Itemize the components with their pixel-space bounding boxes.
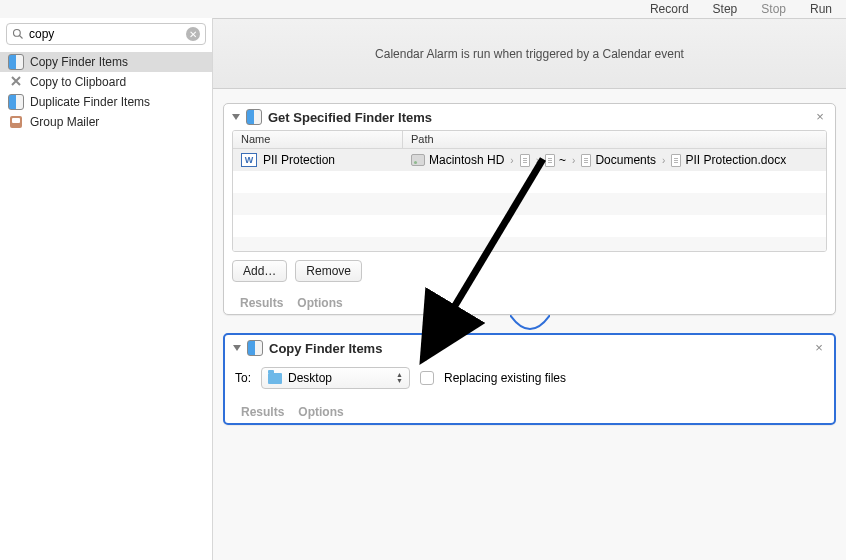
search-icon (12, 28, 24, 40)
close-icon[interactable]: × (813, 110, 827, 124)
top-toolbar: Record Step Stop Run (0, 0, 846, 18)
destination-value: Desktop (288, 371, 332, 385)
workflow-canvas: Calendar Alarm is run when triggered by … (213, 18, 846, 560)
word-document-icon: W (241, 153, 257, 167)
table-empty-rows (233, 171, 826, 251)
step-button[interactable]: Step (713, 2, 738, 16)
table-header: Name Path (233, 131, 826, 149)
info-bar: Calendar Alarm is run when triggered by … (213, 19, 846, 89)
chevron-updown-icon: ▲▼ (394, 372, 405, 384)
path-seg: ~ (559, 153, 566, 167)
action-title: Copy Finder Items (269, 341, 382, 356)
main-row: ✕ Copy Finder Items Copy to Clipboard Du… (0, 18, 846, 560)
action-title: Get Specified Finder Items (268, 110, 432, 125)
sidebar-item-label: Group Mailer (30, 115, 99, 129)
record-button[interactable]: Record (650, 2, 689, 16)
action-connector (223, 315, 836, 333)
remove-button[interactable]: Remove (295, 260, 362, 282)
column-header-path[interactable]: Path (403, 131, 826, 148)
add-button[interactable]: Add… (232, 260, 287, 282)
action-body: Name Path W PII Protection Mac (224, 130, 835, 290)
finder-icon (247, 340, 263, 356)
search-container: ✕ (0, 18, 212, 50)
finder-items-table: Name Path W PII Protection Mac (232, 130, 827, 252)
replace-checkbox[interactable] (420, 371, 434, 385)
action-list: Copy Finder Items Copy to Clipboard Dupl… (0, 50, 212, 132)
info-bar-text: Calendar Alarm is run when triggered by … (375, 47, 684, 61)
path-seg: PII Protection.docx (685, 153, 786, 167)
sidebar-item-group-mailer[interactable]: Group Mailer (0, 112, 212, 132)
sidebar-item-label: Copy to Clipboard (30, 75, 126, 89)
path-seg: Macintosh HD (429, 153, 504, 167)
action-body: To: Desktop ▲▼ Replacing existing files (225, 361, 834, 399)
column-header-name[interactable]: Name (233, 131, 403, 148)
results-tab[interactable]: Results (241, 405, 284, 419)
finder-icon (246, 109, 262, 125)
finder-icon (8, 94, 24, 110)
contacts-icon (8, 114, 24, 130)
document-icon (671, 154, 681, 167)
drive-icon (411, 154, 425, 166)
clipboard-icon (8, 74, 24, 90)
svg-rect-3 (12, 118, 20, 123)
action-footer-tabs: Results Options (224, 290, 835, 314)
sidebar-item-copy-finder-items[interactable]: Copy Finder Items (0, 52, 212, 72)
action-copy-finder-items[interactable]: Copy Finder Items × To: Desktop ▲▼ Repla… (223, 333, 836, 425)
chevron-right-icon: › (534, 155, 541, 166)
disclosure-triangle-icon[interactable] (233, 345, 241, 351)
search-input[interactable] (6, 23, 206, 45)
folder-icon (581, 154, 591, 167)
chevron-right-icon: › (660, 155, 667, 166)
finder-icon (8, 54, 24, 70)
file-name: PII Protection (263, 153, 335, 167)
action-header[interactable]: Copy Finder Items × (225, 335, 834, 361)
action-header[interactable]: Get Specified Finder Items × (224, 104, 835, 130)
replace-label: Replacing existing files (444, 371, 566, 385)
results-tab[interactable]: Results (240, 296, 283, 310)
folder-icon (545, 154, 555, 167)
folder-icon (268, 373, 282, 384)
action-get-specified-finder-items[interactable]: Get Specified Finder Items × Name Path W (223, 103, 836, 315)
sidebar-item-copy-to-clipboard[interactable]: Copy to Clipboard (0, 72, 212, 92)
disclosure-triangle-icon[interactable] (232, 114, 240, 120)
sidebar-item-label: Duplicate Finder Items (30, 95, 150, 109)
chevron-right-icon: › (570, 155, 577, 166)
sidebar: ✕ Copy Finder Items Copy to Clipboard Du… (0, 18, 213, 560)
options-tab[interactable]: Options (297, 296, 342, 310)
sidebar-item-label: Copy Finder Items (30, 55, 128, 69)
svg-line-1 (20, 36, 23, 39)
folder-icon (520, 154, 530, 167)
run-button[interactable]: Run (810, 2, 832, 16)
svg-point-0 (14, 30, 21, 37)
file-path: Macintosh HD › › ~ › Documents › (403, 151, 826, 169)
destination-popup[interactable]: Desktop ▲▼ (261, 367, 410, 389)
stop-button: Stop (761, 2, 786, 16)
clear-search-icon[interactable]: ✕ (186, 27, 200, 41)
chevron-right-icon: › (508, 155, 515, 166)
action-footer-tabs: Results Options (225, 399, 834, 423)
workflow-area[interactable]: Get Specified Finder Items × Name Path W (213, 89, 846, 560)
sidebar-item-duplicate-finder-items[interactable]: Duplicate Finder Items (0, 92, 212, 112)
to-label: To: (235, 371, 251, 385)
options-tab[interactable]: Options (298, 405, 343, 419)
path-seg: Documents (595, 153, 656, 167)
table-row[interactable]: W PII Protection Macintosh HD › › (233, 149, 826, 171)
button-row: Add… Remove (232, 260, 827, 282)
app-root: Record Step Stop Run ✕ Copy Finder Items (0, 0, 846, 560)
close-icon[interactable]: × (812, 341, 826, 355)
